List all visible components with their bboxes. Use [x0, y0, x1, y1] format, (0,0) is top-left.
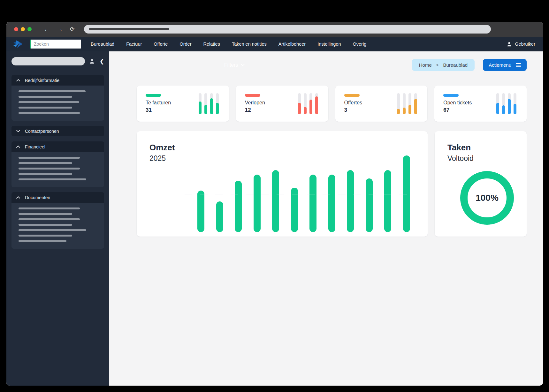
sidebar-section-financieel: Financieel: [11, 141, 104, 187]
sidebar-section-label: Contactpersonen: [25, 129, 59, 134]
sparkline-bar-fill: [315, 96, 318, 114]
sidebar-collapse-icon[interactable]: ❮: [100, 59, 104, 64]
sidebar-search-input[interactable]: [11, 57, 85, 65]
action-menu-label: Actiemenu: [489, 62, 511, 68]
placeholder-line: [19, 173, 72, 175]
nav-item-order[interactable]: Order: [179, 41, 191, 47]
minimize-window-icon[interactable]: [21, 27, 25, 31]
user-menu[interactable]: Gebruiker: [507, 41, 535, 47]
revenue-bars: [197, 152, 410, 232]
sparkline-bar-track: [199, 93, 202, 114]
sidebar-sections: BedrijfsinformatieContactpersonenFinanci…: [11, 75, 104, 249]
sparkline-bar-fill: [298, 103, 301, 114]
nav-item-factuur[interactable]: Factuur: [126, 41, 142, 47]
stat-color-pill: [146, 94, 161, 97]
stat-sparkline-chart: [397, 93, 417, 114]
sidebar-section-header-bedrijfsinformatie[interactable]: Bedrijfsinformatie: [11, 75, 104, 86]
sidebar-section-panel-financieel: [11, 152, 104, 187]
stat-card-open-tickets[interactable]: Open tickets67: [434, 86, 527, 122]
user-label: Gebruiker: [515, 41, 535, 47]
stat-card-info: Verlopen12: [245, 94, 265, 113]
sparkline-bar-track: [502, 93, 505, 114]
sidebar-section-documenten: Documenten: [11, 192, 104, 249]
placeholder-line: [19, 235, 72, 237]
revenue-bar-5: [272, 170, 279, 232]
breadcrumb-separator: >: [436, 63, 439, 67]
forward-icon[interactable]: →: [57, 26, 63, 32]
sparkline-bar-fill: [408, 105, 411, 114]
app-navbar: BureaubladFactuurOfferteOrderRelatiesTak…: [6, 37, 543, 51]
app-logo-icon: [13, 40, 23, 49]
placeholder-line: [19, 213, 72, 215]
browser-chrome: ← → ⟳: [6, 22, 543, 37]
stat-card-offertes[interactable]: Offertes3: [335, 86, 428, 122]
chevron-up-icon: [16, 196, 20, 199]
charts-row: Omzet 2025 Taken Voltooid 100%: [137, 131, 527, 237]
revenue-bar-2: [216, 201, 223, 232]
url-bar[interactable]: [84, 25, 491, 34]
placeholder-line: [19, 224, 72, 226]
tasks-title: Taken: [447, 143, 527, 153]
zoom-window-icon[interactable]: [27, 27, 32, 31]
nav-item-artikelbeheer[interactable]: Artikelbeheer: [278, 41, 306, 47]
filters-dropdown[interactable]: Filters: [224, 62, 245, 68]
nav-item-overig[interactable]: Overig: [353, 41, 367, 47]
stat-color-pill: [245, 94, 260, 97]
sidebar-section-header-contactpersonen[interactable]: Contactpersonen: [11, 126, 104, 136]
stat-card-te-facturen[interactable]: Te facturen31: [137, 86, 229, 122]
chevron-down-icon: [16, 130, 20, 132]
sparkline-bar-track: [514, 93, 516, 114]
placeholder-line: [19, 240, 66, 242]
tasks-subtitle: Voltooid: [447, 154, 527, 163]
sparkline-bar-track: [210, 93, 213, 114]
user-icon: [507, 41, 512, 47]
contact-person-icon[interactable]: [89, 58, 95, 64]
global-search-input[interactable]: [30, 40, 81, 49]
stat-card-label: Verlopen: [245, 100, 265, 106]
nav-item-bureaublad[interactable]: Bureaublad: [91, 41, 114, 47]
sparkline-bar-track: [403, 93, 406, 114]
close-window-icon[interactable]: [14, 27, 18, 31]
back-icon[interactable]: ←: [44, 26, 50, 32]
sparkline-bar-fill: [403, 108, 406, 114]
stat-card-value: 31: [146, 107, 171, 113]
reload-icon[interactable]: ⟳: [70, 26, 74, 32]
sidebar-section-header-financieel[interactable]: Financieel: [11, 141, 104, 152]
sparkline-bar-track: [414, 93, 417, 114]
nav-item-relaties[interactable]: Relaties: [203, 41, 220, 47]
breadcrumb-home[interactable]: Home: [419, 62, 432, 68]
chart-baseline-overlay: [185, 194, 410, 194]
sidebar-section-header-documenten[interactable]: Documenten: [11, 192, 104, 203]
main-content: Filters Home > Bureaublad Actiemenu Te f…: [109, 51, 543, 386]
stat-color-pill: [344, 94, 360, 97]
placeholder-line: [19, 101, 79, 103]
placeholder-line: [19, 229, 86, 231]
sparkline-bar-fill: [216, 103, 219, 114]
navbar-menu: BureaubladFactuurOfferteOrderRelatiesTak…: [91, 41, 366, 47]
action-menu-button[interactable]: Actiemenu: [483, 59, 527, 71]
nav-item-taken-en-notities[interactable]: Taken en notities: [232, 41, 267, 47]
stat-card-value: 3: [344, 107, 362, 113]
revenue-bar-7: [309, 175, 316, 232]
sparkline-bar-track: [408, 93, 411, 114]
stat-sparkline-chart: [199, 93, 219, 114]
stat-card-label: Offertes: [344, 100, 362, 106]
chevron-up-icon: [16, 145, 20, 148]
nav-item-instellingen[interactable]: Instellingen: [317, 41, 341, 47]
stat-card-info: Open tickets67: [443, 94, 472, 113]
revenue-bar-9: [347, 170, 354, 232]
tasks-donut-chart: 100%: [460, 171, 514, 225]
revenue-chart-card: Omzet 2025: [137, 131, 428, 237]
hamburger-icon: [516, 63, 521, 67]
nav-item-offerte[interactable]: Offerte: [154, 41, 168, 47]
revenue-bar-chart: [197, 152, 410, 232]
url-placeholder-text: [89, 28, 169, 30]
breadcrumb-current[interactable]: Bureaublad: [443, 62, 468, 68]
sidebar-section-panel-bedrijfsinformatie: [11, 86, 104, 121]
stat-card-verlopen[interactable]: Verlopen12: [236, 86, 328, 122]
sparkline-bar-fill: [397, 109, 400, 114]
tasks-card: Taken Voltooid 100%: [435, 131, 527, 237]
sparkline-bar-track: [298, 93, 301, 114]
sparkline-bar-track: [496, 93, 499, 114]
stat-card-value: 67: [443, 107, 472, 113]
